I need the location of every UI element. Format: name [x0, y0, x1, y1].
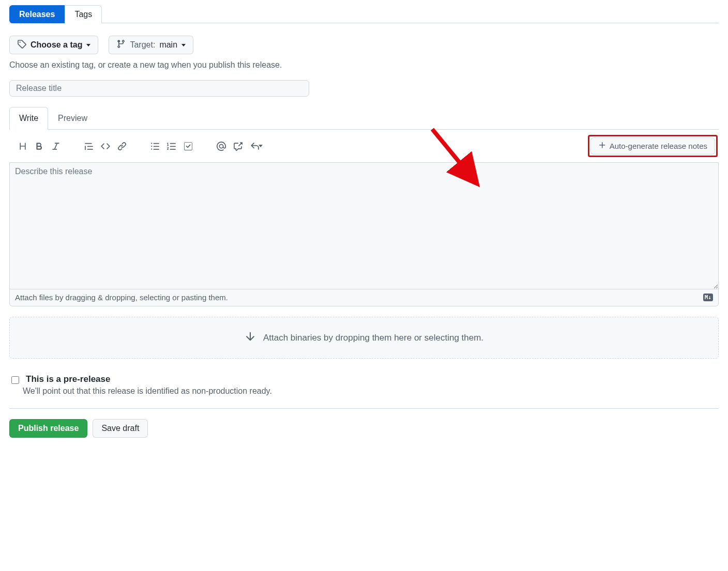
- prerelease-label[interactable]: This is a pre-release: [9, 374, 719, 385]
- reply-icon[interactable]: [246, 139, 267, 153]
- branch-icon: [116, 39, 126, 51]
- publish-button[interactable]: Publish release: [9, 419, 87, 438]
- arrow-down-icon: [245, 331, 256, 345]
- target-button[interactable]: Target: main: [109, 36, 193, 54]
- cross-reference-icon[interactable]: [230, 139, 246, 153]
- selectors-row: Choose a tag Target: main: [9, 36, 719, 54]
- nav-tabs: Releases Tags: [9, 5, 719, 23]
- code-icon[interactable]: [97, 139, 114, 153]
- caret-down-icon: [181, 44, 186, 47]
- target-value: main: [159, 40, 177, 50]
- tasklist-icon[interactable]: [180, 139, 196, 153]
- tag-icon: [17, 39, 26, 51]
- auto-generate-highlight: Auto-generate release notes: [588, 135, 718, 157]
- quote-icon[interactable]: [81, 139, 97, 153]
- markdown-icon[interactable]: M↓: [703, 294, 713, 301]
- prerelease-title: This is a pre-release: [26, 374, 110, 384]
- auto-generate-label: Auto-generate release notes: [610, 142, 707, 150]
- tab-tags[interactable]: Tags: [65, 5, 102, 23]
- prerelease-checkbox[interactable]: [11, 376, 19, 384]
- attach-binaries-text: Attach binaries by dropping them here or…: [263, 333, 483, 343]
- prerelease-subtitle: We'll point out that this release is ide…: [23, 387, 719, 396]
- mention-icon[interactable]: [213, 139, 230, 153]
- attach-files-bar[interactable]: Attach files by dragging & dropping, sel…: [9, 288, 719, 306]
- ordered-list-icon[interactable]: [163, 139, 180, 153]
- attach-files-text: Attach files by dragging & dropping, sel…: [15, 293, 228, 302]
- release-title-input[interactable]: [9, 80, 309, 97]
- heading-icon[interactable]: [14, 139, 31, 153]
- editor-tabs: Write Preview: [9, 107, 719, 130]
- attach-binaries-zone[interactable]: Attach binaries by dropping them here or…: [9, 317, 719, 359]
- actions-row: Publish release Save draft: [9, 419, 719, 438]
- caret-down-icon: [86, 44, 90, 47]
- plus-icon: [598, 141, 606, 151]
- editor-tab-preview[interactable]: Preview: [48, 107, 97, 130]
- editor-tab-write[interactable]: Write: [9, 107, 48, 130]
- unordered-list-icon[interactable]: [147, 139, 163, 153]
- auto-generate-button[interactable]: Auto-generate release notes: [590, 137, 715, 155]
- tag-hint-text: Choose an existing tag, or create a new …: [9, 60, 719, 70]
- save-draft-button[interactable]: Save draft: [93, 419, 148, 438]
- choose-tag-label: Choose a tag: [31, 40, 82, 50]
- target-label: Target:: [130, 40, 155, 50]
- tab-releases[interactable]: Releases: [9, 5, 65, 23]
- prerelease-section: This is a pre-release We'll point out th…: [9, 374, 719, 409]
- bold-icon[interactable]: [31, 139, 48, 153]
- description-textarea[interactable]: [9, 163, 719, 289]
- editor-toolbar: Auto-generate release notes: [9, 130, 719, 163]
- link-icon[interactable]: [114, 139, 130, 153]
- choose-tag-button[interactable]: Choose a tag: [9, 36, 98, 54]
- italic-icon[interactable]: [48, 139, 64, 153]
